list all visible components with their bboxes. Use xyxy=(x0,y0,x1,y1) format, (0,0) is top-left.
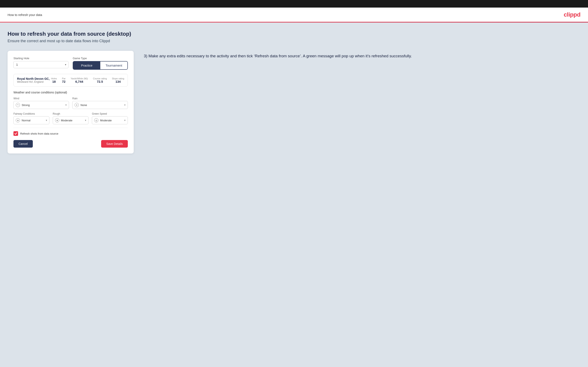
content-row: Starting Hole 1 ▾ Game Type Practice Tou… xyxy=(8,51,580,153)
fairway-rough-green-row: Fairway Conditions ⊕ Normal ▾ Rough ⊕ xyxy=(13,112,128,124)
game-type-group: Game Type Practice Tournament xyxy=(73,57,128,70)
starting-hole-group: Starting Hole 1 ▾ xyxy=(13,57,69,70)
page-subheading: Ensure the correct and most up to date d… xyxy=(8,39,580,43)
rough-chevron-icon: ▾ xyxy=(85,119,86,122)
slope-rating-value: 134 xyxy=(115,80,121,83)
starting-hole-value: 1 xyxy=(16,63,66,66)
refresh-label: Refresh shots from data source xyxy=(20,132,58,135)
main-content: How to refresh your data from source (de… xyxy=(0,22,588,364)
holes-value: 18 xyxy=(52,80,56,83)
yards-stat: Yards/White (M)) 6,744 xyxy=(71,77,88,83)
refresh-checkbox-row: Refresh shots from data source xyxy=(13,131,128,136)
starting-hole-label: Starting Hole xyxy=(13,57,69,60)
holes-label: Holes xyxy=(51,77,57,80)
green-speed-label: Green Speed xyxy=(92,112,128,115)
par-value: 72 xyxy=(62,80,66,83)
yards-value: 6,744 xyxy=(75,80,83,83)
wind-value: Strong xyxy=(22,103,30,107)
fairway-chevron-icon: ▾ xyxy=(46,119,47,122)
wind-select[interactable]: 〜 Strong ▾ xyxy=(13,101,69,109)
wind-select-inner: 〜 Strong xyxy=(16,103,30,107)
green-speed-group: Green Speed ◎ Moderate ▾ xyxy=(92,112,128,124)
green-speed-icon: ◎ xyxy=(94,118,98,122)
starting-hole-select[interactable]: 1 ▾ xyxy=(13,61,69,68)
rough-group: Rough ⊕ Moderate ▾ xyxy=(53,112,89,124)
game-type-label: Game Type xyxy=(73,57,128,60)
slope-rating-label: Slope rating xyxy=(112,77,124,80)
rough-value: Moderate xyxy=(61,119,72,122)
page-heading: How to refresh your data from source (de… xyxy=(8,31,580,37)
conditions-heading: Weather and course conditions (optional) xyxy=(13,91,128,94)
fairway-icon: ⊕ xyxy=(16,118,20,122)
rough-select-inner: ⊕ Moderate xyxy=(55,118,72,122)
fairway-group: Fairway Conditions ⊕ Normal ▾ xyxy=(13,112,49,124)
yards-label: Yards/White (M)) xyxy=(71,77,88,80)
green-speed-select[interactable]: ◎ Moderate ▾ xyxy=(92,116,128,124)
header-title: How to refresh your data xyxy=(8,13,42,17)
info-panel: 3) Make any extra edits necessary to the… xyxy=(144,51,580,59)
rough-label: Rough xyxy=(53,112,89,115)
practice-button[interactable]: Practice xyxy=(73,61,100,69)
cancel-button[interactable]: Cancel xyxy=(13,140,33,148)
rain-chevron-icon: ▾ xyxy=(124,103,126,107)
rain-label: Rain xyxy=(72,97,128,100)
rain-icon: ✦ xyxy=(75,103,79,107)
form-panel: Starting Hole 1 ▾ Game Type Practice Tou… xyxy=(8,51,134,153)
green-speed-select-inner: ◎ Moderate xyxy=(94,118,112,122)
top-fields-row: Starting Hole 1 ▾ Game Type Practice Tou… xyxy=(13,57,128,70)
save-details-button[interactable]: Save Details xyxy=(101,140,128,148)
logo: clippd xyxy=(564,11,580,18)
divider xyxy=(13,128,128,128)
wind-rain-row: Wind 〜 Strong ▾ Rain ✦ None xyxy=(13,97,128,109)
game-type-toggle: Practice Tournament xyxy=(73,61,128,70)
course-stats: Holes 18 Par 72 Yards/White (M)) 6,744 C… xyxy=(51,77,124,83)
course-card: Royal North Devon GC, Westward Ho!, Engl… xyxy=(13,74,128,86)
rough-select[interactable]: ⊕ Moderate ▾ xyxy=(53,116,89,124)
course-info: Royal North Devon GC, Westward Ho!, Engl… xyxy=(17,77,50,83)
wind-label: Wind xyxy=(13,97,69,100)
rain-select[interactable]: ✦ None ▾ xyxy=(72,101,128,109)
fairway-label: Fairway Conditions xyxy=(13,112,49,115)
green-speed-chevron-icon: ▾ xyxy=(124,119,126,122)
par-label: Par xyxy=(62,77,66,80)
course-rating-stat: Course rating 72.5 xyxy=(93,77,107,83)
course-name: Royal North Devon GC, xyxy=(17,77,50,80)
fairway-value: Normal xyxy=(22,119,30,122)
footer: Copyright Clippd 2022 xyxy=(0,364,588,367)
par-stat: Par 72 xyxy=(62,77,66,83)
course-location: Westward Ho!, England xyxy=(17,80,50,83)
course-rating-label: Course rating xyxy=(93,77,107,80)
course-rating-value: 72.5 xyxy=(97,80,103,83)
info-text: 3) Make any extra edits necessary to the… xyxy=(144,53,580,59)
buttons-row: Cancel Save Details xyxy=(13,140,128,148)
slope-rating-stat: Slope rating 134 xyxy=(112,77,124,83)
rough-icon: ⊕ xyxy=(55,118,59,122)
rain-select-inner: ✦ None xyxy=(75,103,87,107)
rain-group: Rain ✦ None ▾ xyxy=(72,97,128,109)
wind-chevron-icon: ▾ xyxy=(65,103,67,107)
header: How to refresh your data clippd xyxy=(0,8,588,22)
wind-group: Wind 〜 Strong ▾ xyxy=(13,97,69,109)
checkmark-icon xyxy=(14,132,17,135)
holes-stat: Holes 18 xyxy=(51,77,57,83)
fairway-select[interactable]: ⊕ Normal ▾ xyxy=(13,116,49,124)
top-bar xyxy=(0,0,588,8)
refresh-checkbox[interactable] xyxy=(13,131,18,136)
tournament-button[interactable]: Tournament xyxy=(100,61,127,69)
wind-icon: 〜 xyxy=(16,103,20,107)
rain-value: None xyxy=(80,103,87,107)
green-speed-value: Moderate xyxy=(100,119,112,122)
fairway-select-inner: ⊕ Normal xyxy=(16,118,30,122)
